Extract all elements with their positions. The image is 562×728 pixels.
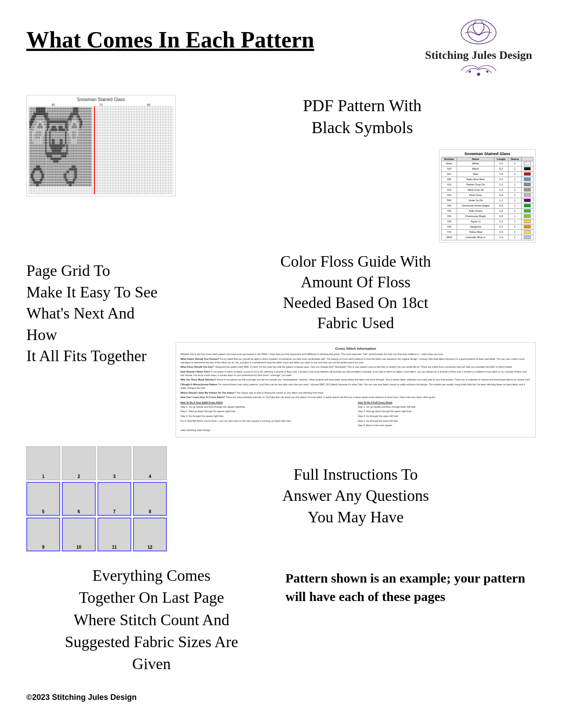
floss-row: blanc White 2.1 1 bbox=[442, 161, 533, 166]
floss-name: Red bbox=[457, 171, 494, 177]
para-subtitle: What Floss Should You Use? bbox=[180, 366, 214, 368]
floss-color-swatch bbox=[522, 203, 533, 208]
col2-step: Step 4: Go through the lower left hole bbox=[358, 420, 531, 423]
info-paragraph: I Bought A Monochrome Pattern For monoch… bbox=[180, 383, 531, 390]
floss-number: 700 bbox=[442, 203, 457, 208]
logo-text: Stitching Jules Design bbox=[422, 48, 536, 62]
col2-step: Step 1: Go up needle and floss through l… bbox=[358, 406, 531, 409]
chart-grid-inner: ╬╬╬╬╬▓▓▓▓▓▓▓╬╬╬╬╬╬╬╬╬╬╬╬╬╬╬╬╬╬╬╬╬▓▓▓▓╬╬╬… bbox=[29, 106, 173, 194]
floss-length: 1.1 bbox=[494, 198, 508, 203]
flourish-icon: ✦ bbox=[452, 18, 505, 48]
para-subtitle: How Can I Learn How To Cross Stitch? bbox=[180, 396, 226, 398]
floss-number: 413 bbox=[442, 182, 457, 187]
thumbnail-number: 8 bbox=[149, 509, 151, 514]
floss-number: 704 bbox=[442, 214, 457, 219]
floss-skeins: 1 bbox=[508, 219, 522, 224]
col-length: Length bbox=[494, 157, 508, 161]
floss-name: Tangerine bbox=[457, 224, 494, 229]
thumbnail-cell: 4 bbox=[133, 446, 167, 480]
pdf-pattern-label: PDF Pattern With Black Symbols bbox=[189, 95, 536, 138]
floss-color-swatch bbox=[522, 224, 533, 229]
col1-step: Step 2: Next go down through the square … bbox=[180, 410, 353, 413]
floss-length: 1.8 bbox=[494, 171, 508, 177]
full-instructions-label: Full Instructions To Answer Any Question… bbox=[176, 446, 536, 528]
col2-step: Step 3: Go through the upper left hole bbox=[358, 415, 531, 418]
thumbnail-number: 1 bbox=[42, 474, 45, 479]
floss-row: 321 Red 1.8 1 bbox=[442, 171, 533, 177]
floss-name: Steel Gray Dk bbox=[457, 187, 494, 192]
floss-skeins: 1 bbox=[508, 177, 522, 182]
logo-area: ✦ Stitching Jules Design bbox=[422, 18, 536, 77]
floss-name: Black bbox=[457, 166, 494, 171]
thumbnail-cell: 11 bbox=[97, 518, 131, 551]
stitch-count-text: Everything Comes Together On Last Page W… bbox=[65, 567, 238, 673]
col-color bbox=[522, 157, 533, 161]
floss-row: 743 Yellow Med 0.6 1 bbox=[442, 229, 533, 235]
floss-number: 550 bbox=[442, 198, 457, 203]
para-subtitle: Why Are There Black Stitches? bbox=[180, 378, 217, 381]
svg-point-1 bbox=[477, 73, 480, 76]
floss-number: 414 bbox=[442, 187, 457, 192]
floss-row: 414 Steel Gray Dk 1.5 1 bbox=[442, 187, 533, 192]
para-subtitle: How Should I Stitch This? bbox=[180, 370, 211, 373]
grid-thumbnails: 1 2 3 4 5 6 7 8 9 10 11 12 bbox=[26, 446, 167, 551]
info-paragraph: Where Should I Start My Pattern On The F… bbox=[180, 391, 531, 395]
para-subtitle: What Fabric Should You Choose? bbox=[180, 358, 220, 360]
svg-point-2 bbox=[469, 71, 471, 72]
floss-color-swatch bbox=[522, 166, 533, 171]
floss-name: Lavender Blue Lt bbox=[457, 235, 494, 240]
floss-row: 740 Tangerine 0.7 1 bbox=[442, 224, 533, 229]
floss-color-swatch bbox=[522, 182, 533, 187]
floss-number: 3840 bbox=[442, 235, 457, 240]
page-title: What Comes In Each Pattern bbox=[26, 26, 314, 54]
floss-skeins: 1 bbox=[508, 166, 522, 171]
col2-title: How To Do A Full Cross Stitch bbox=[358, 401, 531, 405]
floss-row: 702 Kelly Green 1.6 1 bbox=[442, 208, 533, 214]
col1-step: For a Two/Half Stitch: you're done – you… bbox=[180, 420, 353, 423]
section2: Page Grid To Make It Easy To See What's … bbox=[26, 251, 536, 438]
floss-color-swatch bbox=[522, 192, 533, 198]
info-paragraph: Why Are There Black Stitches? Some of my… bbox=[180, 378, 531, 382]
floss-length: 1.5 bbox=[494, 187, 508, 192]
thumbnail-number: 7 bbox=[113, 509, 116, 514]
floss-name: Baby Blue Med bbox=[457, 177, 494, 182]
thumbnail-cell: 10 bbox=[62, 518, 96, 551]
floss-length: 1.2 bbox=[494, 182, 508, 187]
info-paragraph: How Can I Learn How To Cross Stitch? The… bbox=[180, 396, 531, 399]
floss-number: 702 bbox=[442, 208, 457, 214]
info-paragraph: Jules Stitching Jules Design bbox=[180, 429, 531, 432]
two-col-instructions: How To Do A Your (Half) Cross Stitch Ste… bbox=[180, 401, 531, 429]
pdf-pattern-text: PDF Pattern With Black Symbols bbox=[303, 96, 422, 136]
floss-row: 726 Topaz Lt 1.3 1 bbox=[442, 219, 533, 224]
floss-color-swatch bbox=[522, 208, 533, 214]
thumbnail-number: 9 bbox=[42, 545, 45, 550]
right-col-1: PDF Pattern With Black Symbols Snowman S… bbox=[189, 91, 536, 243]
page-grid-text: Page Grid To Make It Easy To See What's … bbox=[26, 262, 158, 365]
info-doc-title: Cross Stitch Information bbox=[180, 346, 531, 351]
pattern-note: Pattern shown is an example; your patter… bbox=[285, 565, 536, 606]
floss-number: 726 bbox=[442, 219, 457, 224]
para-text: Whether this is the first cross stitch p… bbox=[180, 353, 443, 355]
floss-guide-label: Color Floss Guide With Amount Of Floss N… bbox=[176, 251, 536, 333]
chart-title: Snowman Stained Glass bbox=[29, 97, 173, 102]
stitch-count-label: Everything Comes Together On Last Page W… bbox=[26, 565, 277, 675]
thumbnail-number: 5 bbox=[42, 509, 45, 514]
info-paragraph: What Floss Should You Use? I designed th… bbox=[180, 366, 531, 369]
floss-color-swatch bbox=[522, 161, 533, 166]
floss-name: Violet Vy Dk bbox=[457, 198, 494, 203]
thumbnail-number: 4 bbox=[149, 474, 151, 479]
floss-length: 1.6 bbox=[494, 208, 508, 214]
col1-step: Step 1: Go up needle and floss through t… bbox=[180, 406, 353, 409]
chart-grid: ╬╬╬╬╬▓▓▓▓▓▓▓╬╬╬╬╬╬╬╬╬╬╬╬╬╬╬╬╬╬╬╬╬▓▓▓▓╬╬╬… bbox=[29, 106, 173, 194]
floss-number: 334 bbox=[442, 177, 457, 182]
thumbnail-number: 6 bbox=[78, 509, 80, 514]
para-text: For monochrome (one color) patterns, you… bbox=[180, 383, 525, 389]
thumbnail-cell: 7 bbox=[97, 482, 131, 516]
para-text: Jules Stitching Jules Design bbox=[180, 429, 210, 431]
floss-number: blanc bbox=[442, 161, 457, 166]
col-number: Number bbox=[442, 157, 457, 161]
floss-number: 310 bbox=[442, 166, 457, 171]
info-paragraph: Whether this is the first cross stitch p… bbox=[180, 353, 531, 356]
col1-title: How To Do A Your (Half) Cross Stitch bbox=[180, 401, 353, 405]
col2-step: Step 5: Move to the next square. bbox=[358, 424, 531, 427]
